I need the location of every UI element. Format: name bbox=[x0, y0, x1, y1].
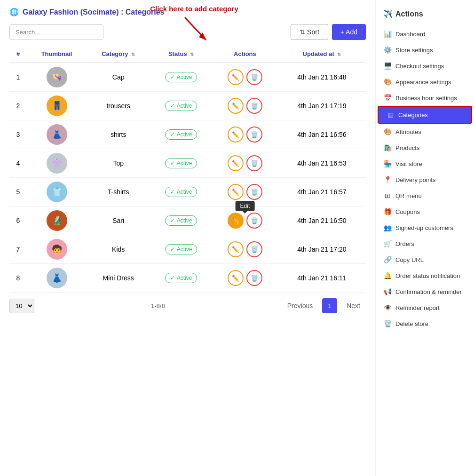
prev-button[interactable]: Previous bbox=[282, 299, 318, 312]
delete-button[interactable]: 🗑️ bbox=[246, 127, 262, 143]
row-thumbnail: 👗 bbox=[27, 264, 87, 293]
row-number: 3 bbox=[9, 120, 27, 149]
row-number: 5 bbox=[9, 178, 27, 206]
row-category: Top bbox=[87, 149, 150, 178]
row-status: ✓ Active bbox=[150, 63, 212, 92]
order-status-notification-label: Order status notification bbox=[395, 272, 466, 279]
sidebar-item-coupons[interactable]: 🎁Coupons bbox=[376, 204, 474, 220]
row-status: ✓ Active bbox=[150, 178, 212, 206]
row-updated: 4th Jan 21 16:11 bbox=[278, 264, 366, 293]
row-category: Sari bbox=[87, 206, 150, 235]
add-button[interactable]: + Add bbox=[332, 24, 366, 40]
sidebar-item-delivery-points[interactable]: 📍Delivery points bbox=[376, 172, 474, 188]
sidebar-item-business-hour-settings[interactable]: 📅Business hour settings bbox=[376, 90, 474, 106]
row-status: ✓ Active bbox=[150, 206, 212, 235]
row-actions: ✏️🗑️ bbox=[212, 92, 278, 120]
table-row: 3👗shirts✓ Active✏️🗑️4th Jan 21 16:56 bbox=[9, 120, 366, 149]
sidebar-item-categories[interactable]: ▦Categories bbox=[378, 106, 472, 124]
delete-button[interactable]: 🗑️ bbox=[246, 213, 262, 229]
edit-button[interactable]: ✏️ bbox=[228, 241, 244, 257]
delete-button[interactable]: 🗑️ bbox=[246, 98, 262, 114]
confirmation-reminder-label: Confirmation & reminder bbox=[395, 288, 466, 295]
row-actions: ✏️🗑️ bbox=[212, 120, 278, 149]
row-updated: 4th Jan 21 16:57 bbox=[278, 178, 366, 206]
row-actions: ✏️🗑️ bbox=[212, 63, 278, 92]
store-settings-icon: ⚙️ bbox=[383, 46, 392, 54]
sidebar-item-qr-menu[interactable]: ⊞QR menu bbox=[376, 188, 474, 204]
delete-button[interactable]: 🗑️ bbox=[246, 270, 262, 286]
visit-store-icon: 🏪 bbox=[383, 160, 392, 167]
reminder-report-label: Reminder report bbox=[395, 304, 466, 311]
copy-url-label: Copy URL bbox=[395, 256, 466, 263]
hint-arrow bbox=[175, 13, 213, 46]
orders-icon: 🛒 bbox=[383, 240, 392, 247]
delete-button[interactable]: 🗑️ bbox=[246, 184, 262, 200]
qr-menu-icon: ⊞ bbox=[383, 192, 392, 199]
confirmation-reminder-icon: 📢 bbox=[383, 288, 392, 295]
sidebar-item-delete-store[interactable]: 🗑️Delete store bbox=[376, 316, 474, 332]
edit-button[interactable]: ✏️ bbox=[228, 69, 244, 85]
current-page-button[interactable]: 1 bbox=[322, 298, 337, 313]
page-title-icon: 🌐 bbox=[9, 8, 19, 16]
table-footer: 10 25 50 1-8/8 Previous 1 Next bbox=[9, 298, 366, 313]
row-status: ✓ Active bbox=[150, 92, 212, 120]
edit-button[interactable]: ✏️ bbox=[228, 184, 244, 200]
per-page-select[interactable]: 10 25 50 bbox=[9, 299, 34, 313]
sidebar-item-products[interactable]: 🛍️Products bbox=[376, 140, 474, 156]
edit-button[interactable]: ✏️ bbox=[228, 155, 244, 171]
edit-tooltip: Edit bbox=[236, 201, 255, 211]
row-number: 8 bbox=[9, 264, 27, 293]
hint-text: Click here to add category bbox=[150, 5, 238, 13]
row-category: Mini Dress bbox=[87, 264, 150, 293]
row-number: 2 bbox=[9, 92, 27, 120]
row-category: shirts bbox=[87, 120, 150, 149]
sidebar-item-store-settings[interactable]: ⚙️Store settings bbox=[376, 42, 474, 58]
edit-button[interactable]: ✏️ bbox=[228, 270, 244, 286]
row-thumbnail: 👚 bbox=[27, 149, 87, 178]
next-button[interactable]: Next bbox=[341, 299, 366, 312]
attributes-icon: 🎨 bbox=[383, 128, 392, 135]
edit-button[interactable]: ✏️ bbox=[228, 127, 244, 143]
row-actions: Edit✏️🗑️ bbox=[212, 206, 278, 235]
sort-button[interactable]: ⇅ Sort bbox=[291, 24, 328, 40]
copy-url-icon: 🔗 bbox=[383, 256, 392, 263]
row-status: ✓ Active bbox=[150, 120, 212, 149]
edit-button[interactable]: ✏️ bbox=[228, 98, 244, 114]
visit-store-label: Visit store bbox=[395, 160, 466, 167]
col-actions: Actions bbox=[212, 46, 278, 63]
delete-button[interactable]: 🗑️ bbox=[246, 241, 262, 257]
delete-store-label: Delete store bbox=[395, 320, 466, 327]
reminder-report-icon: 👁️ bbox=[383, 304, 392, 311]
col-status: Status ⇅ bbox=[150, 46, 212, 63]
row-status: ✓ Active bbox=[150, 149, 212, 178]
table-row: 5👕T-shirts✓ Active✏️🗑️4th Jan 21 16:57 bbox=[9, 178, 366, 206]
appearance-settings-icon: 🎨 bbox=[383, 78, 392, 86]
sidebar-item-confirmation-reminder[interactable]: 📢Confirmation & reminder bbox=[376, 284, 474, 300]
row-category: T-shirts bbox=[87, 178, 150, 206]
sidebar-item-order-status-notification[interactable]: 🔔Order status notification bbox=[376, 268, 474, 284]
sidebar-item-visit-store[interactable]: 🏪Visit store bbox=[376, 156, 474, 172]
sidebar-item-attributes[interactable]: 🎨Attributes bbox=[376, 124, 474, 140]
row-updated: 4th Jan 21 16:50 bbox=[278, 206, 366, 235]
order-status-notification-icon: 🔔 bbox=[383, 272, 392, 279]
table-row: 4👚Top✓ Active✏️🗑️4th Jan 21 16:53 bbox=[9, 149, 366, 178]
delete-button[interactable]: 🗑️ bbox=[246, 69, 262, 85]
row-thumbnail: 👒 bbox=[27, 63, 87, 92]
edit-button[interactable]: ✏️ bbox=[228, 213, 244, 229]
checkout-settings-icon: 🖥️ bbox=[383, 62, 392, 70]
row-thumbnail: 👗 bbox=[27, 120, 87, 149]
sidebar-item-appearance-settings[interactable]: 🎨Appearance settings bbox=[376, 74, 474, 90]
sidebar-item-orders[interactable]: 🛒Orders bbox=[376, 236, 474, 252]
sidebar-item-copy-url[interactable]: 🔗Copy URL bbox=[376, 252, 474, 268]
delete-button[interactable]: 🗑️ bbox=[246, 155, 262, 171]
attributes-label: Attributes bbox=[395, 128, 466, 135]
add-category-hint: Click here to add category bbox=[150, 5, 238, 46]
row-thumbnail: 🧒 bbox=[27, 235, 87, 264]
sidebar-item-dashboard[interactable]: 📊Dashboard bbox=[376, 26, 474, 42]
search-input[interactable] bbox=[9, 24, 103, 40]
row-updated: 4th Jan 21 17:20 bbox=[278, 235, 366, 264]
sidebar-item-reminder-report[interactable]: 👁️Reminder report bbox=[376, 300, 474, 316]
sidebar-item-signed-up-customers[interactable]: 👥Signed-up customers bbox=[376, 220, 474, 236]
products-icon: 🛍️ bbox=[383, 144, 392, 151]
sidebar-item-checkout-settings[interactable]: 🖥️Checkout settings bbox=[376, 58, 474, 74]
